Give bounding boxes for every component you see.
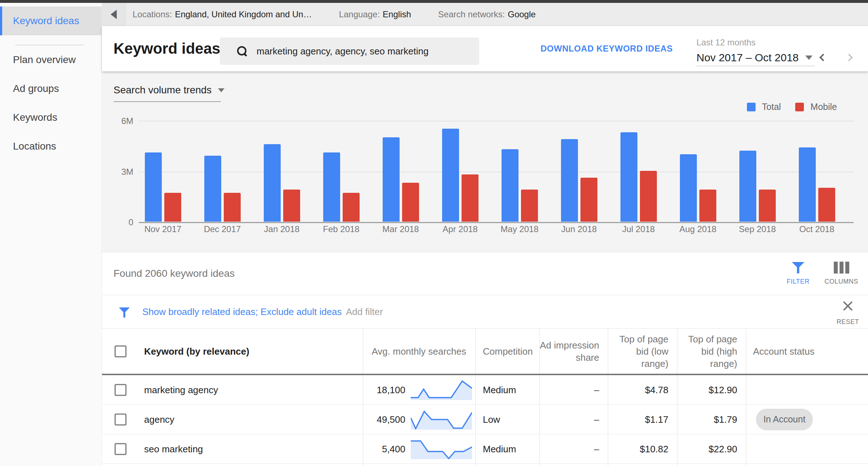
header-competition[interactable]: Competition (483, 345, 533, 358)
bar-mobile (164, 193, 181, 222)
sidebar-item-plan-overview[interactable]: Plan overview (0, 45, 102, 74)
date-range-selector[interactable]: Nov 2017 – Oct 2018 (696, 50, 815, 66)
table-row[interactable]: agency 49,500 Low – $1.17 $1.79 In Accou… (102, 405, 868, 434)
filter-icon (792, 262, 805, 274)
results-summary-bar: Found 2060 keyword ideas FILTER COLUMNS (102, 252, 868, 295)
dropdown-underline (113, 101, 221, 102)
legend-mobile-swatch (795, 103, 804, 111)
close-icon (842, 300, 854, 312)
chart-type-dropdown[interactable]: Search volume trends (113, 84, 224, 96)
x-axis-label: Jul 2018 (610, 224, 667, 234)
search-networks-setting[interactable]: Search networks: Google (438, 3, 536, 26)
reset-filters-button[interactable]: RESET (831, 295, 865, 328)
language-label: Language: (339, 9, 380, 19)
header-ad-impression-share[interactable]: Ad impression share (534, 339, 599, 364)
select-all-checkbox[interactable] (115, 345, 126, 357)
search-networks-label: Search networks: (438, 9, 505, 19)
x-axis-label: Oct 2018 (788, 224, 846, 234)
header-keyword[interactable]: Keyword (by relevance) (144, 345, 249, 358)
row-checkbox[interactable] (115, 443, 126, 455)
sidebar-item-keywords[interactable]: Keywords (0, 103, 102, 132)
bar-mobile (343, 193, 360, 222)
x-axis-label: Jan 2018 (253, 224, 311, 234)
table-row[interactable]: marketing agency 18,100 Medium – $4.78 $… (102, 375, 868, 405)
sidebar-item-locations[interactable]: Locations (0, 132, 102, 161)
bar-total (620, 132, 637, 222)
bar-total (799, 147, 816, 222)
x-axis-label: Sep 2018 (729, 224, 786, 234)
header-top-of-page-bid-high[interactable]: Top of page bid (high range) (686, 333, 737, 370)
ad-impression-share-cell: – (527, 414, 599, 425)
bar-mobile (462, 174, 478, 222)
keyword-cell: marketing agency (144, 384, 218, 395)
bar-mobile (640, 171, 657, 222)
x-axis-label: Feb 2018 (312, 224, 370, 234)
bar-mobile (759, 190, 776, 222)
bid-high-cell: $22.90 (683, 443, 737, 454)
x-axis-label: May 2018 (491, 224, 548, 234)
active-filters-link[interactable]: Show broadly related ideas; Exclude adul… (142, 306, 342, 318)
bar-total (383, 137, 400, 222)
search-icon (237, 46, 248, 57)
window-top-strip (0, 0, 868, 3)
row-checkbox[interactable] (115, 384, 126, 396)
x-axis-label: Jun 2018 (550, 224, 608, 234)
next-period-button[interactable] (845, 54, 853, 61)
x-axis-label: Apr 2018 (431, 224, 489, 234)
back-button[interactable] (102, 3, 125, 26)
x-axis-label: Aug 2018 (669, 224, 727, 234)
table-row[interactable]: seo marketing 5,400 Medium – $10.82 $22.… (102, 434, 868, 464)
x-axis-line (139, 222, 854, 223)
bar-total (323, 152, 340, 222)
columns-button[interactable]: COLUMNS (820, 262, 863, 285)
chevron-down-icon (218, 88, 224, 92)
legend-total-swatch (747, 103, 756, 111)
bar-group (134, 152, 192, 222)
sidebar-item-keyword-ideas[interactable]: Keyword ideas (0, 6, 102, 35)
sidebar-item-ad-groups[interactable]: Ad groups (0, 74, 102, 103)
locations-label: Locations: (133, 9, 172, 19)
bar-mobile (580, 178, 597, 222)
x-axis-label: Dec 2017 (193, 224, 251, 234)
sidebar: Keyword ideas Plan overview Ad groups Ke… (0, 3, 102, 466)
bar-total (442, 129, 459, 222)
bar-group (193, 156, 251, 222)
bar-group (788, 147, 846, 222)
header-avg-monthly-searches[interactable]: Avg. monthly searches (354, 345, 466, 358)
keyword-cell: seo marketing (144, 443, 203, 454)
bar-mobile (818, 188, 835, 222)
competition-cell: Medium (483, 443, 516, 454)
trend-sparkline (411, 409, 472, 430)
add-filter-button[interactable]: Add filter (346, 306, 383, 318)
header-account-status[interactable]: Account status (753, 345, 815, 358)
bar-group (669, 154, 727, 222)
bar-total (502, 149, 518, 222)
keyword-search-box (220, 37, 479, 65)
download-keyword-ideas-button[interactable]: DOWNLOAD KEYWORD IDEAS (540, 44, 673, 54)
previous-period-button[interactable] (819, 54, 827, 61)
bid-high-cell: $12.90 (683, 384, 737, 395)
plan-settings-bar: Locations: England, United Kingdom and U… (102, 3, 868, 26)
keyword-ideas-table: Keyword (by relevance) Avg. monthly sear… (102, 329, 868, 466)
locations-setting[interactable]: Locations: England, United Kingdom and U… (133, 3, 312, 26)
y-axis-tick: 6M (102, 116, 133, 126)
filter-button[interactable]: FILTER (776, 262, 820, 285)
back-arrow-icon (111, 10, 117, 19)
sidebar-item-label: Plan overview (13, 54, 76, 66)
bar-total (739, 151, 756, 222)
bar-mobile (521, 190, 538, 222)
language-setting[interactable]: Language: English (339, 3, 411, 26)
legend-total-label: Total (762, 102, 781, 112)
chevron-down-icon (805, 56, 813, 60)
filter-icon (119, 307, 130, 318)
y-axis-tick: 0 (102, 217, 133, 227)
ad-impression-share-cell: – (527, 384, 599, 395)
bar-mobile (283, 190, 300, 222)
avg-searches-cell: 49,500 (318, 414, 405, 425)
trend-sparkline (411, 439, 472, 459)
keyword-planner-app: Keyword ideas Plan overview Ad groups Ke… (0, 0, 868, 466)
header-top-of-page-bid-low[interactable]: Top of page bid (low range) (617, 333, 668, 370)
bid-low-cell: $1.17 (614, 414, 668, 425)
row-checkbox[interactable] (115, 413, 126, 425)
keyword-search-input[interactable] (256, 45, 472, 57)
